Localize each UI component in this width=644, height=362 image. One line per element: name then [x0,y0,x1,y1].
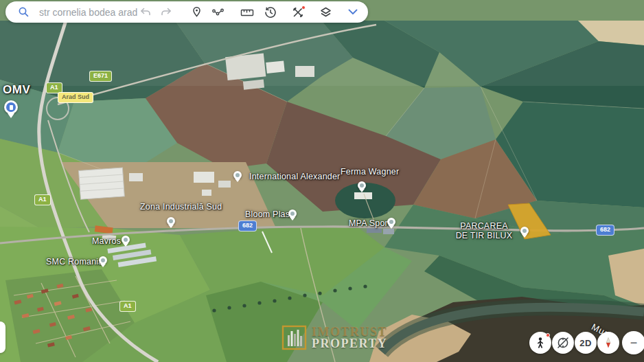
place-label-mavros[interactable]: Mavros [92,236,121,246]
map-style-layers-icon[interactable] [317,3,334,21]
poi-pin-zona-industriala-sud[interactable] [167,217,175,225]
search-icon[interactable] [15,3,32,21]
place-label-parcarea-de-tir-bilux[interactable]: PARCAREA DE TIR BILUX [446,221,522,240]
road-badge-682-left: 682 [238,220,257,231]
poi-pin-smc-romania[interactable] [99,256,107,264]
search-input[interactable] [39,7,137,18]
place-label-bloom-plast[interactable]: Bloom Plast [245,210,292,219]
place-label-ferma-wagner[interactable]: Ferma Wagner [341,167,399,177]
poi-pin-mavros[interactable] [122,236,130,244]
imotrust-watermark: IMOTRUST PROPERTY [281,325,387,350]
search-toolbar [5,1,368,23]
tilt-reset-button[interactable] [552,332,574,354]
place-label-zona-industriala-sud[interactable]: Zona Industrială Sud [140,202,222,212]
poi-pin-bloom-plast[interactable] [288,210,297,218]
collapsed-panel-edge[interactable] [0,321,5,353]
measure-path-icon[interactable] [210,3,227,21]
road-badge-a1-bottom: A1 [119,301,136,312]
imotrust-logo-icon [281,325,307,350]
place-label-mpa-sport[interactable]: MPA Sport [349,218,391,228]
redo-icon[interactable] [158,3,174,21]
parcarea-line2: DE TIR BILUX [456,231,513,240]
notification-dot [301,5,306,10]
poi-pin-international-alexander[interactable] [233,171,242,179]
road-badge-a1-mid: A1 [34,194,51,205]
road-badge-682-right: 682 [596,225,614,236]
collapse-chevron-icon[interactable] [345,3,361,21]
watermark-line1: IMOTRUST [312,326,387,338]
place-label-international-alexander[interactable]: International Alexander [249,172,340,181]
street-view-pegman-button[interactable] [529,332,551,354]
earth-viewport: OMV E671 A1 Arad Sud A1 682 A1 682 Inter… [0,0,644,362]
historical-imagery-icon[interactable] [262,3,279,21]
compass-button[interactable] [597,332,619,354]
road-badge-e671: E671 [89,71,112,82]
parcarea-line1: PARCAREA [460,221,507,231]
road-badge-arad-sud: Arad Sud [58,92,93,103]
poi-pin-parcarea-de-tir-bilux[interactable] [520,227,529,235]
watermark-line2: PROPERTY [312,338,387,350]
undo-icon[interactable] [137,3,154,21]
fuel-icon [6,102,16,112]
add-placemark-icon[interactable] [188,3,205,21]
toggle-2d-button[interactable]: 2D [575,332,597,354]
pegman-notification-dot [546,333,550,337]
ruler-icon[interactable] [239,3,255,21]
poi-pin-mpa-sport[interactable] [387,218,395,226]
place-label-omv[interactable]: OMV [3,83,30,97]
zoom-out-button[interactable]: − [622,331,644,354]
poi-pin-ferma-wagner[interactable] [358,181,366,190]
place-label-smc-romania[interactable]: SMC Romania [46,257,103,267]
fuel-station-pin[interactable] [4,100,18,114]
drawing-tools-icon[interactable] [290,3,306,21]
compass-needle-icon [603,337,614,349]
